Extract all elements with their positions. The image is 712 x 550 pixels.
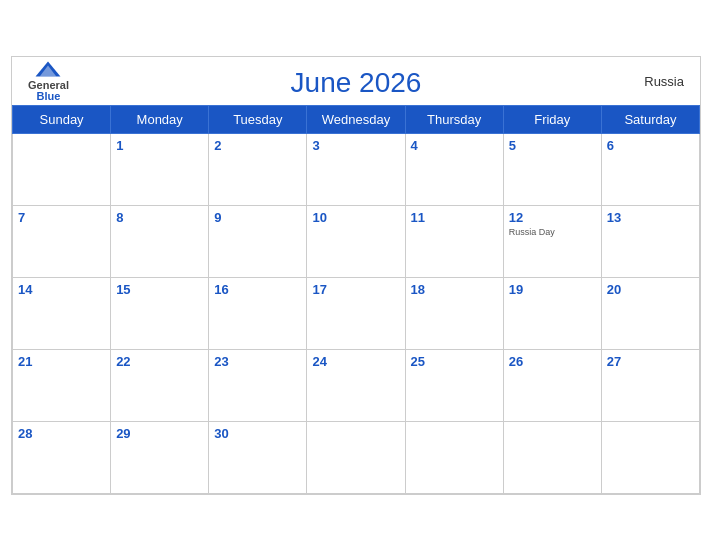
day-cell: 9 [209,205,307,277]
day-cell [503,421,601,493]
day-cell: 12Russia Day [503,205,601,277]
week-row-4: 282930 [13,421,700,493]
day-cell: 29 [111,421,209,493]
day-number: 25 [411,354,498,369]
day-number: 16 [214,282,301,297]
day-cell: 10 [307,205,405,277]
day-number: 7 [18,210,105,225]
calendar-body: 123456789101112Russia Day131415161718192… [13,133,700,493]
day-number: 9 [214,210,301,225]
day-number: 13 [607,210,694,225]
calendar-thead: Sunday Monday Tuesday Wednesday Thursday… [13,105,700,133]
day-number: 1 [116,138,203,153]
day-cell: 13 [601,205,699,277]
day-cell: 20 [601,277,699,349]
day-number: 4 [411,138,498,153]
day-cell: 2 [209,133,307,205]
col-saturday: Saturday [601,105,699,133]
day-number: 24 [312,354,399,369]
day-number: 30 [214,426,301,441]
day-number: 19 [509,282,596,297]
day-cell: 16 [209,277,307,349]
day-cell [13,133,111,205]
day-cell: 28 [13,421,111,493]
day-cell [601,421,699,493]
col-thursday: Thursday [405,105,503,133]
day-cell: 19 [503,277,601,349]
day-number: 12 [509,210,596,225]
day-cell: 24 [307,349,405,421]
day-number: 6 [607,138,694,153]
week-row-1: 789101112Russia Day13 [13,205,700,277]
day-cell: 3 [307,133,405,205]
day-cell: 23 [209,349,307,421]
logo-blue-text: Blue [37,91,61,102]
day-cell: 18 [405,277,503,349]
col-friday: Friday [503,105,601,133]
col-wednesday: Wednesday [307,105,405,133]
calendar-table: Sunday Monday Tuesday Wednesday Thursday… [12,105,700,494]
day-cell: 6 [601,133,699,205]
day-cell [405,421,503,493]
day-cell: 11 [405,205,503,277]
day-number: 11 [411,210,498,225]
holiday-name: Russia Day [509,227,596,237]
day-number: 3 [312,138,399,153]
week-row-2: 14151617181920 [13,277,700,349]
country-label: Russia [644,73,684,88]
day-number: 27 [607,354,694,369]
week-row-3: 21222324252627 [13,349,700,421]
calendar-container: General Blue June 2026 Russia Sunday Mon… [11,56,701,495]
col-sunday: Sunday [13,105,111,133]
day-number: 15 [116,282,203,297]
day-number: 17 [312,282,399,297]
day-cell: 8 [111,205,209,277]
day-cell [307,421,405,493]
days-of-week-row: Sunday Monday Tuesday Wednesday Thursday… [13,105,700,133]
day-number: 23 [214,354,301,369]
logo-area: General Blue [28,60,69,102]
day-number: 21 [18,354,105,369]
day-cell: 26 [503,349,601,421]
day-number: 22 [116,354,203,369]
day-number: 14 [18,282,105,297]
day-cell: 5 [503,133,601,205]
day-cell: 17 [307,277,405,349]
day-cell: 14 [13,277,111,349]
day-cell: 4 [405,133,503,205]
day-number: 8 [116,210,203,225]
day-cell: 22 [111,349,209,421]
week-row-0: 123456 [13,133,700,205]
day-number: 5 [509,138,596,153]
day-cell: 21 [13,349,111,421]
day-number: 10 [312,210,399,225]
day-number: 26 [509,354,596,369]
day-cell: 30 [209,421,307,493]
day-cell: 25 [405,349,503,421]
col-tuesday: Tuesday [209,105,307,133]
day-number: 18 [411,282,498,297]
day-cell: 15 [111,277,209,349]
day-cell: 7 [13,205,111,277]
day-number: 20 [607,282,694,297]
calendar-header: General Blue June 2026 Russia [12,57,700,105]
col-monday: Monday [111,105,209,133]
day-number: 29 [116,426,203,441]
calendar-title: June 2026 [291,67,422,99]
logo-icon [34,60,62,78]
day-cell: 27 [601,349,699,421]
day-cell: 1 [111,133,209,205]
day-number: 28 [18,426,105,441]
day-number: 2 [214,138,301,153]
